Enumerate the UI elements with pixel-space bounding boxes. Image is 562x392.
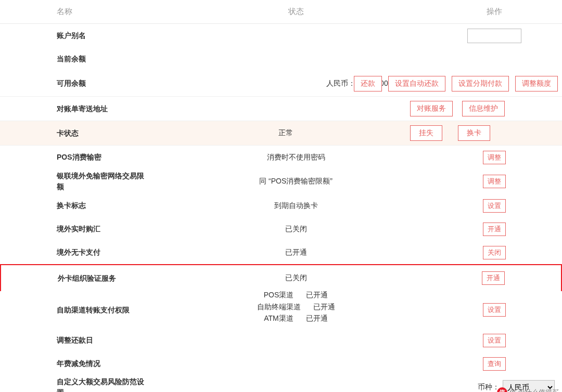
row-cardless-abroad: 境外无卡支付 已开通 关闭: [0, 241, 562, 264]
info-maintain-button[interactable]: 信息维护: [462, 101, 505, 116]
report-loss-button[interactable]: 挂失: [410, 125, 442, 141]
label-foreign-card-verify: 外卡组织验证服务: [1, 273, 166, 284]
watermark-logo-icon: 值: [497, 387, 507, 392]
header-action: 操作: [427, 7, 562, 17]
row-account-alias: 账户别名: [0, 24, 562, 47]
row-custom-risk: 自定义大额交易风险防范设置 币种： 人民币 值 值 设什么值得买: [0, 375, 562, 392]
table-header: 名称 状态 操作: [0, 0, 562, 24]
label-custom-risk: 自定义大额交易风险防范设置: [0, 376, 165, 393]
set-self-channel-button[interactable]: 设置: [483, 303, 506, 317]
auto-repay-button[interactable]: 设置自动还款: [388, 76, 445, 92]
status-card-replace-flag: 到期自动换卡: [165, 201, 427, 211]
row-card-replace-flag: 换卡标志 到期自动换卡 设置: [0, 194, 562, 217]
row-self-channel: 自助渠道转账支付权限 POS渠道 已开通 自助终端渠道 已开通 ATM渠道 已开…: [0, 291, 562, 329]
enable-fx-button[interactable]: 开通: [483, 223, 506, 236]
label-self-channel: 自助渠道转账支付权限: [0, 305, 165, 316]
row-pos-pin: POS消费输密 消费时不使用密码 调整: [0, 146, 562, 169]
currency-label: 币种：: [478, 383, 500, 392]
statement-service-button[interactable]: 对账服务: [410, 101, 453, 116]
label-card-replace-flag: 换卡标志: [0, 200, 165, 211]
adjust-limit-button[interactable]: 调整额度: [515, 76, 558, 92]
row-statement-address: 对账单寄送地址 对账服务 信息维护: [0, 97, 562, 121]
adjust-unionpay-button[interactable]: 调整: [483, 175, 506, 188]
set-card-replace-button[interactable]: 设置: [483, 199, 506, 213]
watermark: 值 值 设什么值得买: [497, 387, 559, 392]
status-fx-realtime: 已关闭: [165, 225, 427, 234]
status-cardless-abroad: 已开通: [165, 248, 427, 257]
enable-foreign-verify-button[interactable]: 开通: [482, 271, 505, 285]
row-card-status: 卡状态 正常 挂失 换卡: [0, 121, 562, 146]
label-current-balance: 当前余额: [0, 54, 165, 64]
label-fx-realtime: 境外实时购汇: [0, 224, 165, 234]
row-annual-fee: 年费减免情况 查询: [0, 352, 562, 375]
installment-button[interactable]: 设置分期付款: [452, 76, 509, 92]
row-unionpay-limit: 银联境外免输密网络交易限额 同 “POS消费输密限额” 调整: [0, 169, 562, 194]
label-pos-pin: POS消费输密: [0, 152, 165, 163]
status-unionpay-limit: 同 “POS消费输密限额”: [165, 177, 427, 186]
repay-button[interactable]: 还款: [354, 76, 382, 92]
header-status: 状态: [165, 7, 427, 17]
header-name: 名称: [0, 7, 165, 17]
query-annual-fee-button[interactable]: 查询: [483, 357, 506, 371]
label-annual-fee: 年费减免情况: [0, 358, 165, 369]
label-card-status: 卡状态: [0, 128, 165, 139]
label-cardless-abroad: 境外无卡支付: [0, 247, 165, 258]
row-foreign-card-verify: 外卡组织验证服务 已关闭 开通: [0, 264, 562, 291]
set-repay-day-button[interactable]: 设置: [483, 334, 506, 347]
replace-card-button[interactable]: 换卡: [458, 125, 490, 141]
label-available-balance: 可用余额: [0, 78, 165, 89]
label-repay-day: 调整还款日: [0, 335, 165, 346]
label-statement-address: 对账单寄送地址: [0, 103, 165, 114]
row-repay-day: 调整还款日 设置: [0, 329, 562, 352]
status-foreign-card-verify: 已关闭: [166, 273, 426, 283]
status-self-channel: POS渠道 已开通 自助终端渠道 已开通 ATM渠道 已开通: [165, 295, 427, 324]
adjust-pos-pin-button[interactable]: 调整: [483, 151, 506, 164]
alias-input[interactable]: [467, 29, 521, 43]
label-unionpay-limit: 银联境外免输密网络交易限额: [0, 171, 165, 192]
row-available-balance: 可用余额 人民币：66,670.00 ⌄ 还款 设置自动还款 设置分期付款 调整…: [0, 71, 562, 97]
status-card-status: 正常: [165, 128, 406, 138]
status-pos-pin: 消费时不使用密码: [165, 153, 427, 162]
disable-cardless-button[interactable]: 关闭: [483, 246, 506, 259]
row-fx-realtime: 境外实时购汇 已关闭 开通: [0, 217, 562, 241]
row-current-balance: 当前余额: [0, 47, 562, 71]
watermark-text: 值 设什么值得买: [509, 388, 559, 392]
label-account-alias: 账户别名: [0, 30, 165, 41]
